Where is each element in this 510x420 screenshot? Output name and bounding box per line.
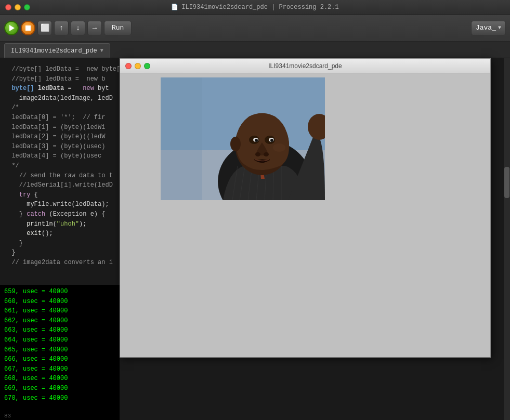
svg-point-18 — [270, 139, 273, 142]
video-frame — [161, 77, 325, 200]
window-title: 📄 ILI9341movie2sdcard_pde | Processing 2… — [171, 4, 338, 11]
code-line: ledData[2] = (byte)((ledW — [4, 132, 115, 142]
console-line: 663, usec = 40000 — [4, 325, 115, 335]
code-line: println("uhoh"); — [4, 219, 115, 229]
left-panel: //byte[] ledData = new byte[(ledWidth * … — [0, 58, 120, 420]
svg-point-19 — [255, 152, 260, 156]
code-line: try { — [4, 190, 115, 200]
window-controls[interactable] — [5, 4, 30, 10]
stop-button[interactable] — [21, 21, 35, 35]
code-content: //byte[] ledData = new byte[(ledWidth * … — [0, 61, 120, 285]
svg-point-22 — [273, 143, 285, 152]
sketch-close-button[interactable] — [125, 63, 132, 69]
code-line: // image2data converts an i — [4, 258, 115, 268]
title-bar: 📄 ILI9341movie2sdcard_pde | Processing 2… — [0, 0, 510, 15]
tab-dropdown-icon: ▼ — [100, 48, 103, 54]
console-line: 665, usec = 40000 — [4, 345, 115, 355]
code-line: ledData[3] = (byte)(usec) — [4, 142, 115, 152]
console-line: 669, usec = 40000 — [4, 384, 115, 393]
code-line: } catch (Exception e) { — [4, 209, 115, 219]
new-button[interactable]: ⬜ — [37, 21, 52, 35]
tab-bar: ILI9341movie2sdcard_pde ▼ — [0, 42, 510, 58]
new-icon: ⬜ — [41, 23, 49, 32]
run-label-button[interactable]: Run — [104, 21, 132, 35]
code-editor[interactable]: //byte[] ledData = new byte[(ledWidth * … — [0, 58, 120, 285]
code-line: myFile.write(ledData); — [4, 200, 115, 209]
code-line: ledData[4] = (byte)(usec — [4, 151, 115, 161]
maximize-button[interactable] — [24, 4, 30, 10]
console-line: 659, usec = 40000 — [4, 287, 115, 297]
console-output: 659, usec = 40000 660, usec = 40000 661,… — [0, 285, 120, 405]
console-line: 662, usec = 40000 — [4, 316, 115, 326]
console-line: 664, usec = 40000 — [4, 335, 115, 345]
code-line: //byte[] ledData = new b — [4, 74, 115, 84]
console-line: 660, usec = 40000 — [4, 297, 115, 307]
code-line: ledData[0] = '*'; // fir — [4, 113, 115, 123]
run-icon — [9, 25, 15, 31]
svg-point-20 — [264, 152, 269, 156]
save-button[interactable]: ↓ — [71, 21, 85, 35]
dropdown-arrow-icon: ▼ — [498, 25, 501, 31]
code-line: byte[] ledData = new byt — [4, 84, 115, 94]
svg-rect-24 — [161, 77, 202, 200]
run-button[interactable] — [4, 21, 19, 35]
console-line: 670, usec = 40000 — [4, 393, 115, 403]
code-line: } — [4, 239, 115, 248]
sketch-window: ILI9341movie2sdcard_pde — [120, 58, 491, 358]
sketch-title: ILI9341movie2sdcard_pde — [268, 62, 342, 70]
scrollbar[interactable] — [504, 58, 510, 420]
stop-icon — [25, 25, 31, 31]
code-line: //byte[] ledData = new byte[(ledWidth * … — [4, 64, 115, 74]
svg-point-21 — [230, 137, 241, 151]
sketch-body — [120, 73, 490, 357]
toolbar: ⬜ ↑ ↓ → Run Java_ ▼ — [0, 15, 510, 42]
code-line: ledData[1] = (byte)(ledWi — [4, 123, 115, 133]
console-line: 667, usec = 40000 — [4, 364, 115, 374]
minimize-button[interactable] — [15, 4, 21, 10]
main-tab[interactable]: ILI9341movie2sdcard_pde ▼ — [4, 43, 110, 58]
code-line: */ — [4, 161, 115, 171]
java-dropdown[interactable]: Java_ ▼ — [471, 21, 506, 35]
code-line: } — [4, 248, 115, 258]
file-icon: 📄 — [171, 4, 178, 10]
sketch-minimize-button[interactable] — [135, 63, 141, 69]
open-icon: ↑ — [59, 24, 63, 32]
save-icon: ↓ — [76, 24, 80, 32]
code-line: exit(); — [4, 229, 115, 239]
code-line: image2data(ledImage, ledD — [4, 94, 115, 103]
export-icon: → — [93, 24, 97, 32]
main-area: //byte[] ledData = new byte[(ledWidth * … — [0, 58, 510, 420]
scrollbar-thumb[interactable] — [504, 167, 509, 198]
video-content — [161, 77, 325, 200]
code-line: //ledSerial[i].write(ledD — [4, 180, 115, 190]
line-number: 83 — [4, 413, 11, 419]
console-line: 666, usec = 40000 — [4, 355, 115, 364]
svg-point-17 — [255, 139, 258, 142]
console-line: 661, usec = 40000 — [4, 306, 115, 316]
console-line: 668, usec = 40000 — [4, 374, 115, 384]
close-button[interactable] — [5, 4, 11, 10]
open-button[interactable]: ↑ — [54, 21, 69, 35]
code-line: // send the raw data to t — [4, 171, 115, 181]
sketch-titlebar: ILI9341movie2sdcard_pde — [120, 59, 490, 73]
code-line: /* — [4, 103, 115, 113]
console-area: 659, usec = 40000 660, usec = 40000 661,… — [0, 285, 120, 420]
sketch-maximize-button[interactable] — [144, 63, 150, 69]
export-button[interactable]: → — [87, 21, 102, 35]
